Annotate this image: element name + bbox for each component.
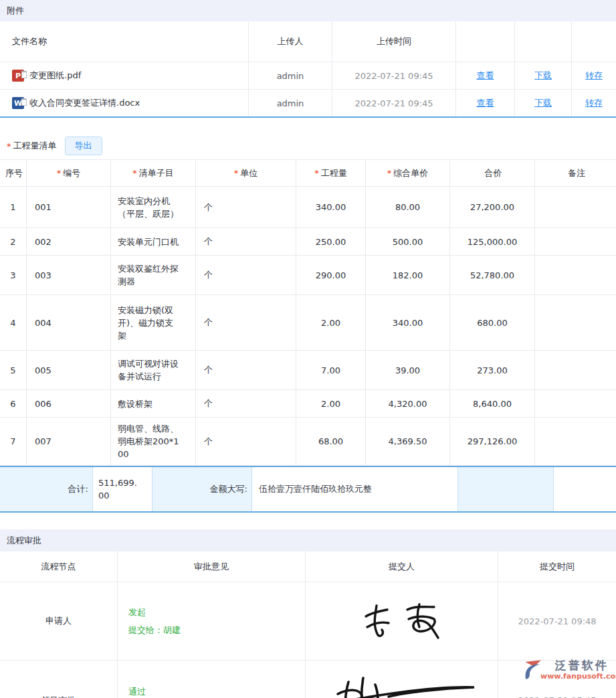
uploader: admin xyxy=(249,90,332,116)
total-value: 511,699.00 xyxy=(93,467,152,511)
export-button[interactable]: 导出 xyxy=(65,137,102,155)
col-item: *清单子目 xyxy=(111,160,196,186)
col-approval-opinion: 审批意见 xyxy=(118,551,306,582)
upload-time: 2022-07-21 09:45 xyxy=(332,62,456,89)
boq-row: 3003 安装双鉴红外探 测器个 290.00182.00 52,780.00 xyxy=(0,256,616,295)
boq-row: 5005 调试可视对讲设 备并试运行个 7.0039.00 273.00 xyxy=(0,351,616,390)
col-code: *编号 xyxy=(27,160,111,186)
required-asterisk: * xyxy=(7,141,11,151)
process-node: 申请人 xyxy=(0,582,118,660)
total-label: 合计: xyxy=(0,467,93,511)
attachment-row: W 收入合同变更签证详情.docx admin 2022-07-21 09:45… xyxy=(0,89,616,116)
view-link[interactable]: 查看 xyxy=(477,97,494,109)
attachments-section-bar: 附件 xyxy=(0,0,616,21)
boq-table: 序号 *编号 *清单子目 *单位 *工程量 *综合单价 合价 备注 1001 安… xyxy=(0,159,616,513)
word-file-icon: W xyxy=(12,97,24,109)
total-row-spacer xyxy=(554,467,616,511)
col-unit: *单位 xyxy=(196,160,296,186)
attachments-table: 文件名称 上传人 上传时间 P 变更图纸.pdf admin 2022-07-2… xyxy=(0,21,616,118)
download-link[interactable]: 下载 xyxy=(534,97,552,109)
approval-header-row: 流程节点 审批意见 提交人 提交时间 xyxy=(0,551,616,582)
submit-time: 2022-07-21 15:45 xyxy=(498,661,616,698)
amount-words-value: 伍拾壹万壹仟陆佰玖拾玖元整 xyxy=(252,467,458,511)
boq-row: 2002 安装单元门口机个 250.00500.00 125,000.00 xyxy=(0,228,616,256)
boq-section-title-row: * 工程量清单 导出 xyxy=(0,133,616,159)
amount-words-label: 金额大写: xyxy=(152,467,252,511)
approval-table: 流程节点 审批意见 提交人 提交时间 申请人 发起 提交给：胡建 xyxy=(0,551,616,698)
col-seq: 序号 xyxy=(0,160,27,186)
pdf-file-icon: P xyxy=(12,70,24,82)
signature-zhangxin xyxy=(306,582,498,660)
file-name: 变更图纸.pdf xyxy=(29,70,81,82)
approval-section-title: 流程审批 xyxy=(7,535,41,547)
col-upload-time: 上传时间 xyxy=(332,21,456,62)
attachments-header-row: 文件名称 上传人 上传时间 xyxy=(0,21,616,62)
boq-section-title: 工程量清单 xyxy=(13,140,57,152)
boq-header-row: 序号 *编号 *清单子目 *单位 *工程量 *综合单价 合价 备注 xyxy=(0,160,616,187)
approval-section-bar: 流程审批 xyxy=(0,529,616,551)
transfer-link[interactable]: 转存 xyxy=(585,97,603,109)
col-submit-time: 提交时间 xyxy=(498,551,616,582)
signature-hujian xyxy=(306,661,498,698)
approval-opinion: 通过 流程结束 xyxy=(118,661,306,698)
total-row-spacer xyxy=(458,467,554,511)
col-submitter: 提交人 xyxy=(306,551,498,582)
approval-row: 申请人 发起 提交给：胡建 2022-07-21 09:48 xyxy=(0,582,616,660)
boq-row: 4004 安装磁力锁(双 开)、磁力锁支 架个 2.00340.00 680.0… xyxy=(0,295,616,351)
file-name: 收入合同变更签证详情.docx xyxy=(29,97,140,109)
col-uploader: 上传人 xyxy=(249,21,332,62)
col-amount: 合价 xyxy=(450,160,535,186)
boq-row: 6006 敷设桥架个 2.004,320.00 8,640.00 xyxy=(0,390,616,418)
boq-total-row: 合计: 511,699.00 金额大写: 伍拾壹万壹仟陆佰玖拾玖元整 xyxy=(0,466,616,513)
col-action-view xyxy=(456,21,515,62)
submit-time: 2022-07-21 09:48 xyxy=(498,582,616,660)
attachment-row: P 变更图纸.pdf admin 2022-07-21 09:45 查看 下载 … xyxy=(0,62,616,89)
col-quantity: *工程量 xyxy=(296,160,366,186)
contract-change-detail-page: 附件 文件名称 上传人 上传时间 P 变更图纸.pdf admin 2022-0… xyxy=(0,0,616,698)
uploader: admin xyxy=(249,62,332,89)
col-action-transfer xyxy=(572,21,616,62)
boq-row: 7007 弱电管、线路、 弱电桥架200*1 00个 68.004,369.50… xyxy=(0,418,616,466)
attachments-section-title: 附件 xyxy=(7,5,24,17)
boq-row: 1001 安装室内分机 （平层、跃层）个 340.0080.00 27,200.… xyxy=(0,187,616,228)
col-file-name: 文件名称 xyxy=(0,21,249,62)
col-unit-price: *综合单价 xyxy=(366,160,450,186)
approval-row: 领导审批 通过 流程结束 2022-07-21 15:45 xyxy=(0,660,616,698)
col-process-node: 流程节点 xyxy=(0,551,118,582)
view-link[interactable]: 查看 xyxy=(477,70,494,82)
col-note: 备注 xyxy=(535,160,616,186)
col-action-download xyxy=(515,21,572,62)
upload-time: 2022-07-21 09:45 xyxy=(332,90,456,116)
download-link[interactable]: 下载 xyxy=(534,70,552,82)
approval-opinion: 发起 提交给：胡建 xyxy=(118,582,306,660)
process-node: 领导审批 xyxy=(0,661,118,698)
transfer-link[interactable]: 转存 xyxy=(585,70,603,82)
